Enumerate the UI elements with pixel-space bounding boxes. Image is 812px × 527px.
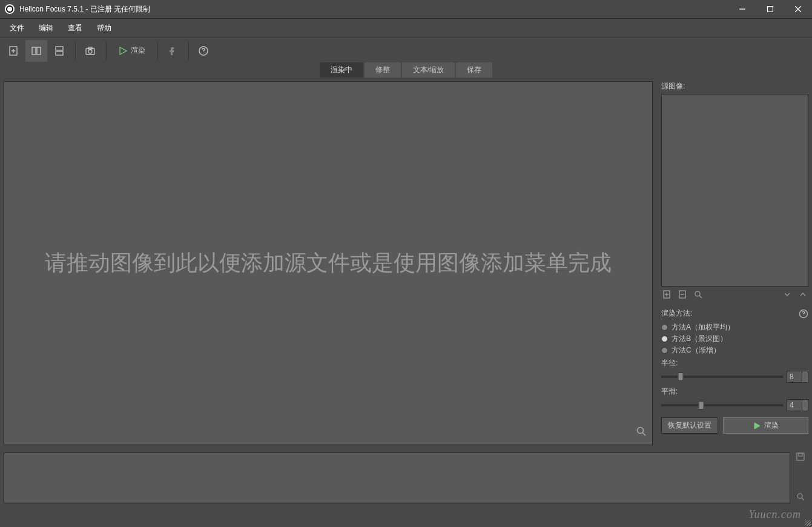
source-images-label: 源图像:: [661, 81, 808, 91]
save-output-icon[interactable]: [796, 452, 808, 463]
canvas-prompt: 请推动图像到此以便添加源文件或是使用图像添加菜单完成: [33, 248, 624, 278]
resize-handle[interactable]: [804, 519, 812, 527]
separator: [75, 42, 76, 59]
source-toolbar: [661, 287, 808, 305]
tab-textscale[interactable]: 文本/缩放: [402, 62, 455, 78]
right-panel: 源图像: 渲染方法: 方法A（加权平均） 方法B（景深图） 方法C（渐增） 半径…: [661, 81, 808, 445]
render-label: 渲染: [131, 45, 145, 56]
render-method-section: 渲染方法: 方法A（加权平均） 方法B（景深图） 方法C（渐增） 半径: 8 平…: [661, 308, 808, 434]
output-strip[interactable]: [4, 452, 790, 503]
close-button[interactable]: [784, 0, 812, 19]
tab-row: 渲染中 修整 文本/缩放 保存: [0, 64, 812, 78]
remove-source-icon[interactable]: [678, 290, 687, 301]
canvas-dropzone[interactable]: 请推动图像到此以便添加源文件或是使用图像添加菜单完成: [4, 81, 653, 445]
svg-rect-2: [32, 47, 36, 55]
view-output-icon[interactable]: [796, 492, 808, 503]
separator: [157, 42, 158, 59]
svg-rect-0: [768, 7, 773, 12]
add-source-icon[interactable]: [662, 290, 671, 301]
radius-label: 半径:: [661, 358, 808, 368]
zoom-icon[interactable]: [636, 426, 646, 439]
method-help-icon[interactable]: [799, 309, 808, 321]
bottom-area: [0, 449, 812, 507]
method-a-radio[interactable]: 方法A（加权平均）: [661, 322, 808, 333]
help-button[interactable]: [193, 40, 214, 62]
source-images-list[interactable]: [661, 94, 808, 287]
tab-retouch[interactable]: 修整: [365, 62, 401, 78]
layout-rows-button[interactable]: [48, 40, 70, 62]
toolbar: 渲染: [0, 37, 812, 64]
smooth-slider[interactable]: [661, 401, 783, 409]
camera-button[interactable]: [79, 40, 101, 62]
method-b-radio[interactable]: 方法B（景深图）: [661, 334, 808, 344]
menu-help[interactable]: 帮助: [90, 21, 119, 36]
svg-point-17: [797, 494, 802, 499]
separator: [106, 42, 107, 59]
svg-point-13: [695, 291, 700, 296]
bottom-side-icons: [796, 452, 808, 503]
method-label: 渲染方法:: [661, 308, 799, 319]
window-buttons: [728, 0, 812, 19]
method-c-radio[interactable]: 方法C（渐增）: [661, 345, 808, 356]
move-down-icon[interactable]: [783, 290, 791, 301]
radius-slider[interactable]: [661, 373, 783, 381]
titlebar: Helicon Focus 7.5.1 - 已注册 无任何限制: [0, 0, 812, 19]
separator: [188, 42, 189, 59]
main-area: 请推动图像到此以便添加源文件或是使用图像添加菜单完成 源图像: 渲染方法: 方法…: [0, 78, 812, 449]
add-image-button[interactable]: [2, 40, 24, 62]
window-title: Helicon Focus 7.5.1 - 已注册 无任何限制: [19, 4, 150, 15]
menu-bar: 文件 编辑 查看 帮助: [0, 19, 812, 37]
svg-point-7: [88, 50, 92, 53]
minimize-button[interactable]: [728, 0, 756, 19]
smooth-input[interactable]: 4: [787, 399, 808, 411]
panel-render-label: 渲染: [764, 420, 779, 431]
move-up-icon[interactable]: [799, 290, 807, 301]
layout-columns-button[interactable]: [25, 40, 47, 62]
svg-rect-15: [797, 453, 804, 460]
method-a-label: 方法A（加权平均）: [672, 322, 734, 333]
svg-rect-16: [799, 453, 802, 456]
maximize-button[interactable]: [756, 0, 784, 19]
panel-render-button[interactable]: 渲染: [723, 417, 808, 434]
radio-icon: [661, 324, 668, 331]
menu-edit[interactable]: 编辑: [31, 21, 61, 36]
menu-file[interactable]: 文件: [2, 21, 31, 36]
facebook-button[interactable]: [162, 40, 183, 62]
svg-rect-3: [37, 47, 41, 55]
method-c-label: 方法C（渐增）: [672, 345, 721, 356]
menu-view[interactable]: 查看: [61, 21, 90, 36]
app-icon: [5, 4, 15, 14]
refresh-source-icon[interactable]: [694, 290, 702, 301]
radius-input[interactable]: 8: [787, 371, 808, 383]
method-b-label: 方法B（景深图）: [672, 334, 727, 344]
tab-save[interactable]: 保存: [456, 62, 492, 78]
svg-rect-4: [56, 47, 63, 50]
svg-rect-5: [56, 51, 63, 55]
render-button[interactable]: 渲染: [110, 40, 153, 62]
watermark: Yuucn.com: [748, 508, 801, 521]
radio-icon: [661, 336, 668, 342]
reset-defaults-button[interactable]: 恢复默认设置: [661, 417, 718, 434]
radio-icon: [661, 347, 668, 354]
smooth-label: 平滑:: [661, 386, 808, 397]
tab-rendering[interactable]: 渲染中: [320, 62, 363, 78]
svg-point-10: [638, 428, 644, 434]
